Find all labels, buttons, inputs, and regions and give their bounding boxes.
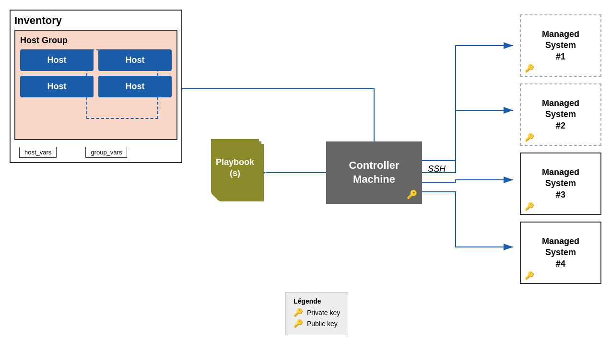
controller-to-ms1-arrow: [422, 46, 513, 161]
inventory-label: Inventory: [14, 14, 177, 27]
hosts-grid: Host Host Host Host: [20, 49, 172, 97]
controller-label: ControllerMachine: [349, 159, 399, 186]
controller-to-ms3-arrow: [422, 180, 513, 182]
managed-system-2-key: 🔑: [525, 133, 534, 142]
playbook-page-1: Playbook(s): [211, 139, 259, 197]
managed-system-4: ManagedSystem#4 🔑: [520, 222, 601, 284]
managed-system-4-label: ManagedSystem#4: [542, 236, 579, 270]
managed-system-3-label: ManagedSystem#3: [542, 167, 579, 200]
managed-systems: ManagedSystem#1 🔑 ManagedSystem#2 🔑 Mana…: [520, 14, 601, 284]
managed-system-3-key: 🔑: [525, 202, 534, 211]
host-4: Host: [98, 76, 172, 97]
legend-box: Légende 🔑 Private key 🔑 Public key: [285, 292, 348, 335]
group-vars-label: group_vars: [85, 147, 127, 158]
managed-system-1-label: ManagedSystem#1: [542, 29, 579, 62]
legend-public-key-icon: 🔑: [294, 319, 303, 328]
legend-title: Légende: [294, 297, 340, 305]
controller-private-key: 🔑: [407, 189, 417, 200]
legend-public-key: 🔑 Public key: [294, 319, 340, 328]
controller-to-ms4-arrow: [422, 192, 513, 247]
vars-row: host_vars group_vars: [14, 147, 177, 158]
managed-system-2: ManagedSystem#2 🔑: [520, 83, 601, 146]
controller-machine-box: ControllerMachine 🔑: [326, 141, 422, 204]
host-group-label: Host Group: [20, 35, 172, 46]
ssh-label: SSH: [428, 164, 446, 174]
playbook-container: Playbook(s): [211, 139, 264, 201]
host-3: Host: [20, 76, 94, 97]
legend-private-key-label: Private key: [307, 309, 340, 317]
legend-private-key-icon: 🔑: [294, 308, 303, 317]
controller-to-inventory-arrow: [182, 89, 374, 141]
managed-system-4-key: 🔑: [525, 271, 534, 280]
host-group-box: Host Group Host Host Host Host: [14, 30, 177, 140]
host-2: Host: [98, 49, 172, 71]
managed-system-1-key: 🔑: [525, 64, 534, 73]
host-1: Host: [20, 49, 94, 71]
legend-public-key-label: Public key: [307, 320, 338, 328]
controller-to-ms2-arrow: [422, 110, 513, 173]
playbook-stack: Playbook(s): [211, 139, 264, 201]
inventory-box: Inventory Host Group Host Host Host Host…: [10, 10, 182, 163]
legend-private-key: 🔑 Private key: [294, 308, 340, 317]
managed-system-2-label: ManagedSystem#2: [542, 98, 579, 131]
managed-system-1: ManagedSystem#1 🔑: [520, 14, 601, 77]
host-vars-label: host_vars: [19, 147, 57, 158]
managed-system-3: ManagedSystem#3 🔑: [520, 153, 601, 215]
